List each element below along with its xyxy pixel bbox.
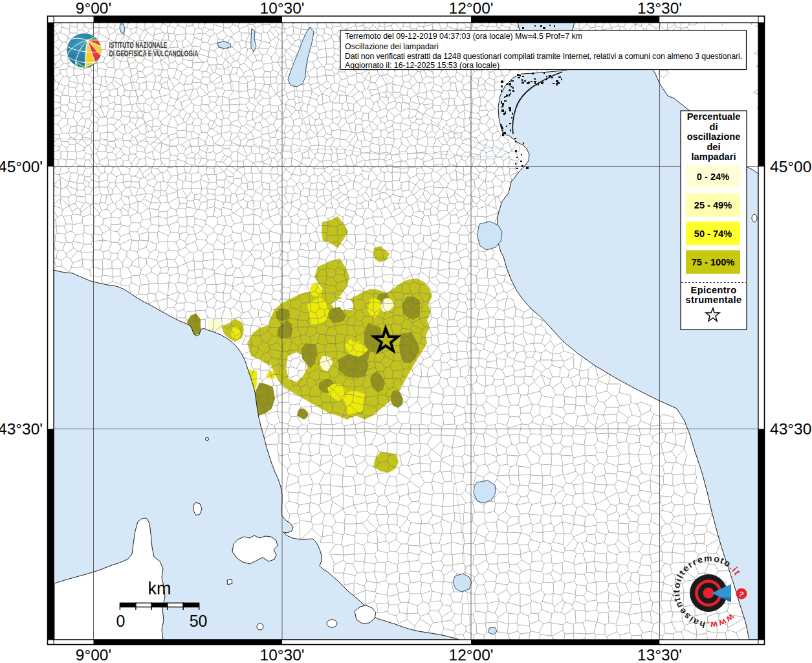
svg-text:oscillazione: oscillazione bbox=[687, 131, 741, 142]
svg-text:43°30': 43°30' bbox=[0, 420, 43, 438]
svg-text:DI GEOFISICA E VULCANOLOGIA: DI GEOFISICA E VULCANOLOGIA bbox=[109, 49, 199, 58]
svg-text:13°30': 13°30' bbox=[637, 0, 682, 17]
svg-text:strumentale: strumentale bbox=[685, 295, 741, 305]
svg-text:0 - 24%: 0 - 24% bbox=[697, 172, 729, 182]
svg-text:0: 0 bbox=[116, 612, 125, 630]
svg-text:50: 50 bbox=[190, 612, 208, 630]
svg-text:lampadari: lampadari bbox=[692, 152, 736, 162]
svg-text:43°30': 43°30' bbox=[770, 420, 812, 438]
svg-text:12°00': 12°00' bbox=[449, 646, 494, 663]
svg-text:dei: dei bbox=[707, 142, 720, 152]
svg-text:Percentuale: Percentuale bbox=[687, 111, 741, 122]
svg-text:Terremoto del 09-12-2019 04:37: Terremoto del 09-12-2019 04:37:03 (ora l… bbox=[345, 32, 582, 41]
svg-text:10°30': 10°30' bbox=[260, 646, 305, 663]
svg-text:13°30': 13°30' bbox=[637, 646, 682, 663]
svg-text:Aggiornato il: 16-12-2025 15:5: Aggiornato il: 16-12-2025 15:53 (ora loc… bbox=[345, 61, 499, 70]
svg-text:9°00': 9°00' bbox=[76, 646, 111, 663]
svg-text:25 - 49%: 25 - 49% bbox=[694, 200, 732, 210]
svg-text:75 - 100%: 75 - 100% bbox=[692, 257, 735, 267]
svg-text:Oscillazione dei lampadari: Oscillazione dei lampadari bbox=[345, 42, 439, 51]
svg-text:12°00': 12°00' bbox=[449, 0, 494, 17]
svg-text:50 - 74%: 50 - 74% bbox=[694, 229, 732, 239]
svg-text:di: di bbox=[710, 122, 718, 132]
svg-text:km: km bbox=[148, 579, 171, 598]
svg-text:45°00': 45°00' bbox=[0, 158, 43, 175]
svg-text:Dati non verificati estratti d: Dati non verificati estratti da 1248 que… bbox=[345, 52, 742, 61]
svg-text:9°00': 9°00' bbox=[76, 0, 111, 17]
svg-text:Epicentro: Epicentro bbox=[691, 285, 737, 295]
svg-text:45°00': 45°00' bbox=[770, 158, 812, 175]
svg-text:10°30': 10°30' bbox=[260, 0, 305, 17]
